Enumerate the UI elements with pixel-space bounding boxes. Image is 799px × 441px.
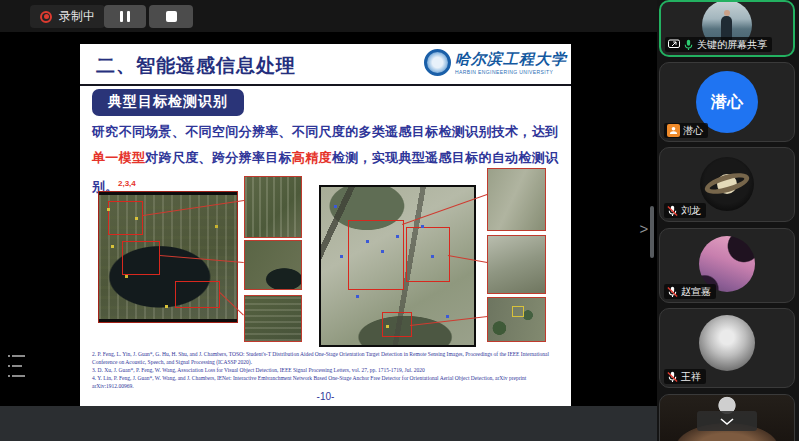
participant-name: 关键的屏幕共享 [697, 38, 767, 52]
page-number: -10- [80, 391, 571, 402]
zoomed-crop-image [487, 168, 546, 231]
window-bottom-band [0, 406, 657, 441]
section-badge: 典型目标检测识别 [92, 89, 244, 116]
presentation-slide: 二、智能遥感信息处理 哈尔滨工程大学 HARBIN ENGINEERING UN… [80, 44, 571, 406]
zoom-region-box [382, 312, 412, 337]
participant-name-tag: 刘龙 [664, 203, 706, 218]
pause-icon [120, 11, 123, 22]
participant-name: 潜心 [683, 124, 703, 138]
phone-user-icon [667, 124, 680, 137]
pause-recording-button[interactable] [104, 5, 146, 28]
participant-name-tag: 赵宣嘉 [664, 284, 716, 299]
participant-tile[interactable]: 刘龙 [659, 147, 795, 222]
university-name-cn: 哈尔滨工程大学 [455, 50, 567, 69]
avatar [699, 315, 755, 371]
university-emblem-icon [424, 49, 451, 76]
zoom-region-box [512, 306, 524, 317]
detection-marks [105, 205, 108, 208]
zoom-region-box [406, 227, 450, 282]
references-block: 2. P. Feng, L. Yin, J. Guan*, G. Hu, H. … [92, 350, 562, 390]
paragraph-text: 对跨尺度、跨分辨率目标 [145, 150, 292, 165]
zoom-region-box [122, 241, 160, 275]
participant-tile[interactable]: 王祥 [659, 308, 795, 388]
zoomed-crop-image [244, 240, 302, 290]
paragraph-highlight: 单一模型 [92, 150, 145, 165]
record-dot-icon [40, 11, 52, 23]
title-divider [80, 84, 571, 86]
participant-tile[interactable]: 潜心 潜心 [659, 62, 795, 142]
screen-share-viewport: 二、智能遥感信息处理 哈尔滨工程大学 HARBIN ENGINEERING UN… [0, 32, 657, 406]
screen-share-icon [668, 39, 680, 50]
stop-icon [166, 11, 177, 22]
scroll-down-button[interactable] [697, 411, 757, 431]
participant-name: 赵宣嘉 [681, 285, 711, 299]
zoomed-crop-image [244, 176, 302, 238]
reference-item: 2. P. Feng, L. Yin, J. Guan*, G. Hu, H. … [92, 350, 562, 366]
participant-name-tag: 潜心 [664, 123, 708, 138]
university-name-en: HARBIN ENGINEERING UNIVERSITY [455, 69, 567, 75]
participant-name: 刘龙 [681, 204, 701, 218]
zoomed-crop-image [244, 295, 302, 342]
recording-status: 录制中 [30, 5, 105, 28]
participant-tile-sharing[interactable]: 关键的屏幕共享 [659, 0, 795, 57]
participant-tile-video[interactable] [659, 394, 795, 441]
participants-panel: 关键的屏幕共享 潜心 潜心 刘龙 [657, 0, 799, 441]
stop-recording-button[interactable] [149, 5, 193, 28]
citation-superscript: 2,3,4 [118, 179, 136, 188]
mic-muted-icon [667, 371, 678, 383]
zoom-region-box [108, 201, 143, 235]
detection-marks [326, 195, 329, 198]
reference-item: 3. D. Xu, J. Guan*, P. Feng, W. Wang, As… [92, 366, 562, 374]
zoomed-crop-image [487, 297, 546, 342]
chevron-down-icon [719, 417, 735, 426]
annotation-list-icon[interactable] [8, 353, 30, 379]
zoom-region-box [175, 281, 220, 308]
sidebar-scrollbar[interactable] [650, 206, 654, 258]
slide-title: 二、智能遥感信息处理 [96, 53, 296, 79]
reference-item: 4. Y. Lin, P. Feng, J. Guan*, W. Wang, a… [92, 374, 562, 390]
window-topbar: 录制中 [0, 0, 657, 32]
satellite-image-airport [319, 185, 476, 347]
participant-name-tag: 王祥 [664, 369, 706, 384]
mic-on-icon [683, 39, 694, 51]
zoomed-crop-image [487, 235, 546, 294]
recording-label: 录制中 [59, 8, 95, 25]
participant-name: 王祥 [681, 370, 701, 384]
participant-tile[interactable]: 赵宣嘉 [659, 228, 795, 303]
avatar [700, 157, 754, 211]
paragraph-highlight: 高精度 [292, 150, 332, 165]
mic-muted-icon [667, 286, 678, 298]
participant-name-tag: 关键的屏幕共享 [665, 37, 772, 52]
university-logo: 哈尔滨工程大学 HARBIN ENGINEERING UNIVERSITY [424, 49, 567, 76]
zoom-region-box [348, 220, 404, 290]
paragraph-text: 研究不同场景、不同空间分辨率、不同尺度的多类遥感目标检测识别技术，达到 [92, 124, 558, 139]
mic-muted-icon [667, 205, 678, 217]
